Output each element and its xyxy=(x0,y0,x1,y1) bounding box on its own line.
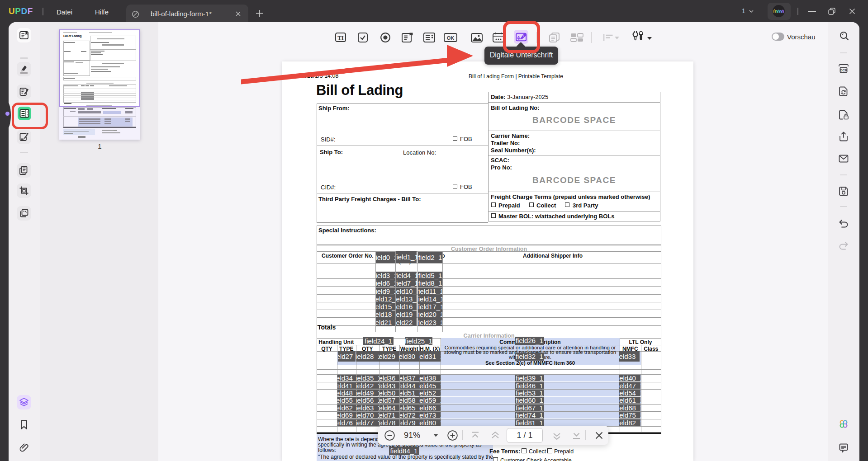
svg-text:OK: OK xyxy=(447,35,455,41)
svg-text:TI: TI xyxy=(337,34,344,41)
svg-text:OCR: OCR xyxy=(840,68,848,72)
